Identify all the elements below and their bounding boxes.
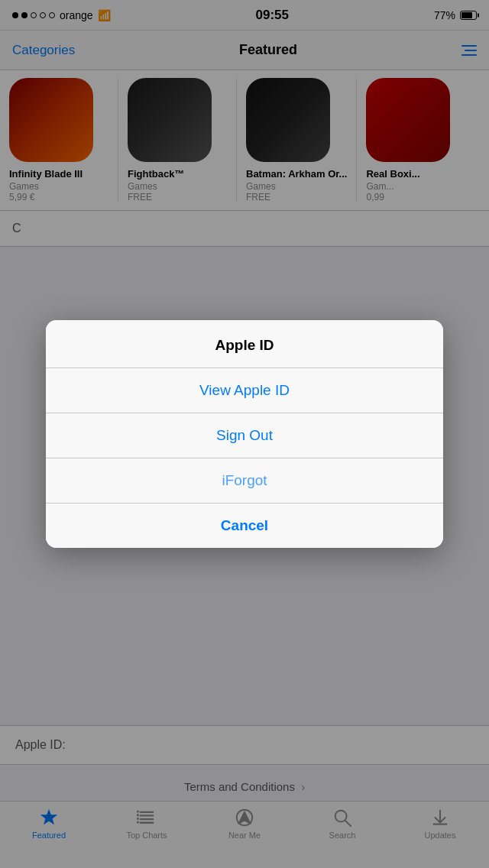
dialog-overlay: Apple ID View Apple ID Sign Out iForgot … — [0, 0, 489, 868]
iforgot-label: iForgot — [222, 472, 267, 488]
view-apple-id-label: View Apple ID — [199, 382, 290, 398]
iforgot-button[interactable]: iForgot — [46, 458, 443, 504]
cancel-label: Cancel — [221, 517, 268, 533]
dialog-title: Apple ID — [215, 337, 274, 353]
dialog-body: View Apple ID Sign Out iForgot Cancel — [46, 368, 443, 548]
view-apple-id-button[interactable]: View Apple ID — [46, 368, 443, 413]
sign-out-button[interactable]: Sign Out — [46, 413, 443, 458]
dialog-header: Apple ID — [46, 320, 443, 368]
sign-out-label: Sign Out — [216, 427, 273, 443]
apple-id-dialog: Apple ID View Apple ID Sign Out iForgot … — [46, 320, 443, 548]
cancel-button[interactable]: Cancel — [46, 504, 443, 548]
